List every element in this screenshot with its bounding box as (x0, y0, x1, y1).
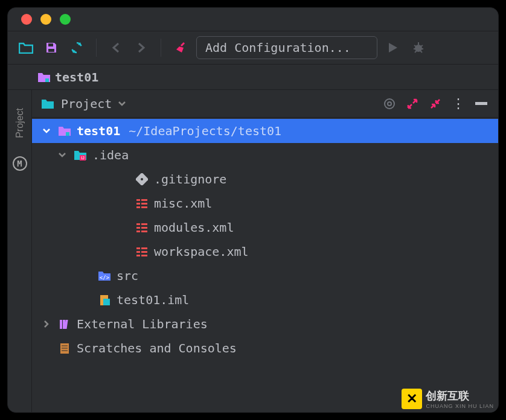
node-label: test01 (77, 124, 120, 138)
tree-node-misc-xml[interactable]: misc.xml (32, 191, 498, 215)
target-icon[interactable] (381, 97, 398, 110)
tree-node-idea[interactable]: IJ .idea (32, 143, 498, 167)
project-panel-header: Project ⋮ (32, 90, 498, 118)
chevron-down-icon[interactable] (118, 101, 126, 107)
chevron-right-icon[interactable] (40, 320, 53, 328)
svg-rect-18 (141, 206, 147, 208)
svg-rect-14 (141, 199, 147, 201)
project-panel-title[interactable]: Project (61, 97, 112, 111)
tree-node-root[interactable]: test01 ~/IdeaProjects/test01 (32, 119, 498, 143)
svg-rect-26 (141, 247, 147, 249)
main-toolbar: Add Configuration... (8, 31, 498, 65)
svg-text:</>: </> (100, 275, 110, 281)
content-area: Project M Project (8, 90, 498, 412)
svg-rect-30 (141, 255, 147, 256)
tree-node-scratches[interactable]: Scratches and Consoles (32, 336, 498, 360)
svg-rect-2 (181, 42, 185, 46)
build-icon[interactable] (171, 38, 190, 57)
nav-forward-icon[interactable] (132, 38, 151, 57)
svg-rect-17 (136, 206, 140, 208)
minimize-window-button[interactable] (40, 14, 51, 25)
nav-back-icon[interactable] (106, 38, 126, 57)
node-label: .gitignore (154, 172, 226, 186)
watermark-logo: ✕ (402, 389, 422, 409)
svg-rect-21 (136, 227, 140, 229)
svg-rect-25 (136, 247, 140, 249)
watermark-text: 创新互联 (426, 389, 494, 403)
titlebar (8, 8, 498, 31)
collapse-all-icon[interactable] (427, 98, 444, 110)
tree-node-iml[interactable]: test01.iml (32, 288, 498, 312)
svg-rect-29 (136, 255, 140, 256)
breadcrumb-bar: test01 (8, 65, 498, 90)
svg-rect-20 (141, 223, 147, 225)
run-configuration-dropdown[interactable]: Add Configuration... (196, 36, 377, 59)
more-options-icon[interactable]: ⋮ (450, 96, 467, 111)
sync-icon[interactable] (67, 38, 86, 57)
watermark: ✕ 创新互联 CHUANG XIN HU LIAN (402, 389, 494, 409)
node-label: misc.xml (154, 196, 212, 211)
expand-all-icon[interactable] (404, 98, 421, 110)
watermark-sub: CHUANG XIN HU LIAN (426, 403, 494, 409)
node-label: .idea (92, 148, 129, 162)
xml-file-icon (135, 244, 149, 259)
svg-rect-15 (136, 203, 140, 205)
svg-rect-8 (66, 132, 69, 136)
source-folder-icon: </> (97, 269, 112, 283)
svg-rect-0 (48, 43, 53, 46)
maven-tool-icon[interactable]: M (13, 156, 27, 171)
tree-node-modules-xml[interactable]: modules.xml (32, 215, 498, 240)
svg-rect-23 (136, 231, 140, 232)
node-label: External Libraries (77, 317, 208, 331)
toolbar-separator (161, 39, 161, 57)
svg-rect-4 (45, 78, 49, 82)
library-icon (57, 317, 72, 331)
node-label: test01.iml (117, 293, 189, 307)
run-config-label: Add Configuration... (205, 40, 351, 55)
module-folder-icon (57, 124, 72, 138)
xml-file-icon (135, 196, 149, 211)
run-icon[interactable] (383, 38, 403, 57)
hide-panel-icon[interactable] (473, 102, 490, 106)
svg-rect-19 (136, 223, 140, 225)
svg-rect-27 (136, 251, 140, 253)
svg-rect-1 (48, 49, 54, 52)
tree-node-gitignore[interactable]: .gitignore (32, 167, 498, 191)
project-tree: test01 ~/IdeaProjects/test01 IJ .idea (32, 118, 498, 360)
debug-icon[interactable] (409, 38, 428, 57)
svg-rect-28 (141, 251, 147, 253)
node-path: ~/IdeaProjects/test01 (129, 124, 281, 138)
svg-point-12 (141, 178, 143, 180)
node-label: src (117, 269, 138, 283)
ide-window: Add Configuration... test01 Project M (7, 7, 499, 413)
tree-node-workspace-xml[interactable]: workspace.xml (32, 240, 498, 264)
xml-file-icon (135, 220, 149, 235)
iml-file-icon (97, 293, 112, 307)
module-folder-icon (37, 70, 51, 84)
maximize-window-button[interactable] (60, 14, 71, 25)
save-all-icon[interactable] (42, 38, 61, 57)
node-label: modules.xml (154, 220, 234, 235)
svg-text:IJ: IJ (81, 156, 84, 160)
tree-node-src[interactable]: </> src (32, 264, 498, 288)
node-label: workspace.xml (154, 244, 249, 259)
svg-rect-24 (141, 231, 147, 232)
scratches-icon (57, 341, 72, 355)
chevron-down-icon[interactable] (56, 152, 68, 158)
breadcrumb-label: test01 (55, 70, 98, 84)
chevron-down-icon[interactable] (40, 128, 53, 134)
tree-node-external-libs[interactable]: External Libraries (32, 312, 498, 336)
idea-folder-icon: IJ (73, 148, 88, 162)
node-label: Scratches and Consoles (77, 341, 237, 355)
project-tool-button[interactable]: Project (14, 108, 25, 138)
close-window-button[interactable] (21, 14, 32, 25)
svg-rect-7 (475, 102, 487, 105)
svg-rect-22 (141, 227, 147, 229)
svg-point-5 (385, 99, 394, 109)
project-breadcrumb[interactable]: test01 (31, 66, 104, 88)
toolbar-separator (96, 39, 97, 57)
open-icon[interactable] (16, 38, 36, 57)
svg-rect-34 (60, 320, 62, 329)
svg-point-6 (388, 102, 391, 106)
project-panel: Project ⋮ (32, 90, 498, 412)
